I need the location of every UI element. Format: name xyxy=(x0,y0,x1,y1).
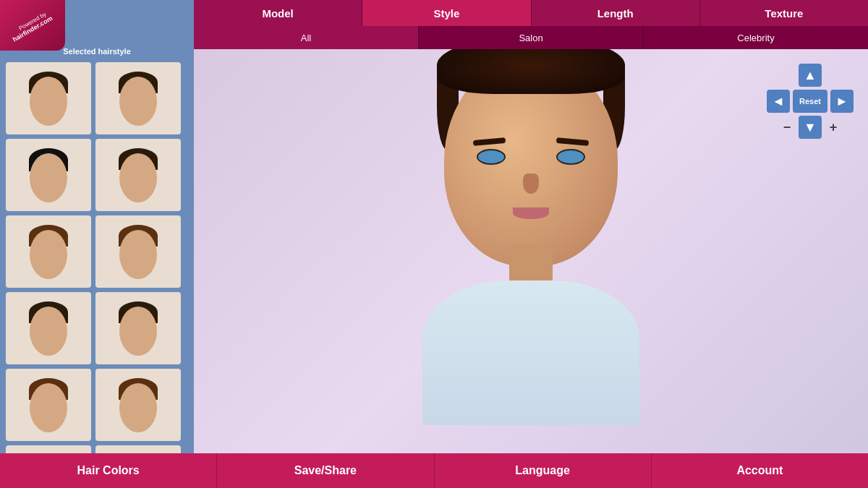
thumb-row-2 xyxy=(6,139,188,211)
model-body xyxy=(422,281,639,425)
ctrl-row-middle: ◄ Reset ► xyxy=(767,90,854,113)
model-nose xyxy=(523,174,539,194)
model-preview xyxy=(379,78,683,425)
left-panel: Powered by hairfinder.com Selected hairs… xyxy=(0,0,194,453)
thumb-2-1[interactable] xyxy=(6,139,91,211)
bottom-bar: Hair Colors Save/Share Language Account xyxy=(0,453,868,488)
thumb-6-1[interactable] xyxy=(6,445,91,453)
ctrl-row-up: ▲ xyxy=(799,64,822,87)
subtab-celebrity[interactable]: Celebrity xyxy=(644,26,868,49)
thumb-1-1[interactable] xyxy=(6,62,91,134)
down-button[interactable]: ▼ xyxy=(799,116,822,139)
subtab-all[interactable]: All xyxy=(194,26,419,49)
account-button[interactable]: Account xyxy=(652,453,868,488)
position-controls: ▲ ◄ Reset ► − ▼ + xyxy=(767,64,854,139)
right-button[interactable]: ► xyxy=(830,90,854,113)
thumb-1-2[interactable] xyxy=(95,62,181,134)
large-face xyxy=(393,93,668,425)
top-nav: Model Style Length Texture xyxy=(194,0,868,26)
thumb-4-2[interactable] xyxy=(95,292,181,364)
thumb-4-1[interactable] xyxy=(6,292,91,364)
tab-texture[interactable]: Texture xyxy=(700,0,868,26)
language-button[interactable]: Language xyxy=(435,453,652,488)
thumb-row-6 xyxy=(6,445,188,453)
ctrl-row-bottom: − ▼ + xyxy=(778,116,842,139)
thumb-row-3 xyxy=(6,215,188,288)
sub-nav: All Salon Celebrity xyxy=(194,26,868,49)
thumb-3-1[interactable] xyxy=(6,215,91,288)
thumb-row-1 xyxy=(6,62,188,134)
model-eye-left xyxy=(477,149,506,165)
left-button[interactable]: ◄ xyxy=(767,90,790,113)
app: Powered by hairfinder.com Selected hairs… xyxy=(0,0,868,488)
model-mouth xyxy=(513,207,549,219)
thumb-5-1[interactable] xyxy=(6,369,91,441)
hairfinder-badge: Powered by hairfinder.com xyxy=(0,0,65,51)
thumb-row-4 xyxy=(6,292,188,364)
preview-area: ▲ ◄ Reset ► − ▼ + xyxy=(194,49,868,453)
thumb-row-5 xyxy=(6,369,188,441)
right-panel: Model Style Length Texture All Salon xyxy=(194,0,868,453)
thumb-6-2[interactable] xyxy=(95,445,181,453)
save-share-button[interactable]: Save/Share xyxy=(217,453,434,488)
thumb-2-2[interactable] xyxy=(95,139,181,211)
model-eye-right xyxy=(556,149,585,165)
hair-colors-button[interactable]: Hair Colors xyxy=(0,453,217,488)
tab-length[interactable]: Length xyxy=(532,0,700,26)
main-area: Powered by hairfinder.com Selected hairs… xyxy=(0,0,868,453)
thumb-3-2[interactable] xyxy=(95,215,181,288)
plus-label: + xyxy=(825,120,842,135)
model-hair xyxy=(437,49,625,94)
thumb-5-2[interactable] xyxy=(95,369,181,441)
tab-style[interactable]: Style xyxy=(362,0,531,26)
minus-label: − xyxy=(778,120,796,135)
tab-model[interactable]: Model xyxy=(194,0,362,26)
subtab-salon[interactable]: Salon xyxy=(419,26,644,49)
reset-button[interactable]: Reset xyxy=(793,90,827,113)
up-button[interactable]: ▲ xyxy=(799,64,822,87)
